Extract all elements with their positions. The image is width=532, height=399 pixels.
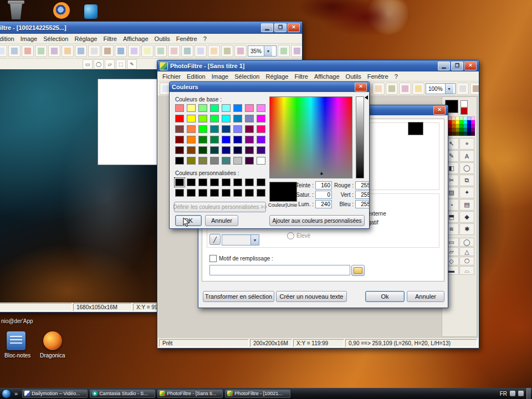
basic-color-swatch[interactable] <box>222 104 231 112</box>
toolbar-icon[interactable] <box>101 45 114 57</box>
custom-color-swatch[interactable] <box>245 178 254 186</box>
menu-item-help[interactable]: ? <box>201 35 209 43</box>
cancel-button[interactable]: Annuler <box>205 215 238 226</box>
custom-color-swatch[interactable] <box>257 189 265 197</box>
basic-color-swatch[interactable] <box>198 104 207 112</box>
eyedropper-button[interactable]: ╱ <box>209 234 221 245</box>
palette-color-swatch[interactable] <box>448 120 452 124</box>
shape-icon[interactable]: ◯ <box>459 238 474 247</box>
basic-color-swatch[interactable] <box>210 115 219 122</box>
hue-saturation-field[interactable]: + <box>269 96 352 178</box>
menu-item-rglage[interactable]: Réglage <box>263 73 291 80</box>
palette-color-swatch[interactable] <box>467 128 471 132</box>
custom-color-swatch[interactable] <box>233 178 242 186</box>
white-canvas[interactable] <box>98 79 158 165</box>
custom-color-swatch[interactable] <box>222 189 231 197</box>
basic-color-swatch[interactable] <box>245 125 254 133</box>
basic-color-swatch[interactable] <box>233 104 242 112</box>
toolbar-icon[interactable] <box>75 45 87 57</box>
custom-color-swatch[interactable] <box>187 178 196 186</box>
palette-color-swatch[interactable] <box>467 116 471 120</box>
taskbar-task[interactable]: PhotoFiltre - [10021... <box>225 390 290 398</box>
palette-color-swatch[interactable] <box>467 120 471 124</box>
transform-to-selection-button[interactable]: Transformer en sélection <box>203 291 274 302</box>
palette-color-swatch[interactable] <box>456 120 459 124</box>
text-color-swatch[interactable] <box>408 122 423 135</box>
quick-launch-chevron[interactable]: » <box>14 390 18 397</box>
menu-item-fichier[interactable]: Fichier <box>160 73 183 80</box>
menu-item-affichage[interactable]: Affichage <box>120 35 151 43</box>
show-desktop-button[interactable] <box>526 388 531 399</box>
shape-icon[interactable]: △ <box>459 247 474 256</box>
maximize-button[interactable]: ❐ <box>451 62 463 70</box>
basic-color-swatch[interactable] <box>257 146 265 154</box>
start-button[interactable] <box>2 389 11 398</box>
luminance-arrow-icon[interactable] <box>365 95 368 100</box>
palette-color-swatch[interactable] <box>448 116 452 120</box>
palette-color-swatch[interactable] <box>463 124 467 128</box>
toolbar-icon[interactable] <box>412 83 424 95</box>
create-new-text-button[interactable]: Créer un nouveau texte <box>276 291 347 302</box>
basic-color-swatch[interactable] <box>233 146 242 154</box>
zoom-combobox[interactable]: 35% ▼ <box>248 45 277 57</box>
palette-color-swatch[interactable] <box>456 116 459 120</box>
palette-color-swatch[interactable] <box>463 128 467 132</box>
palette-color-swatch[interactable] <box>471 120 475 124</box>
toolbar-icon[interactable] <box>195 45 207 57</box>
basic-color-swatch[interactable] <box>198 146 207 154</box>
palette-color-swatch[interactable] <box>459 128 463 132</box>
custom-color-swatch[interactable] <box>210 189 219 197</box>
add-to-custom-colors-button[interactable]: Ajouter aux couleurs personnalisées <box>269 215 365 226</box>
palette-color-swatch[interactable] <box>452 116 456 120</box>
custom-color-swatch[interactable] <box>175 189 184 197</box>
tool-icon[interactable]: ⧉ <box>459 175 474 186</box>
palette-color-swatch[interactable] <box>452 128 456 132</box>
selection-shape-icon[interactable]: ✎ <box>127 59 137 69</box>
tool-icon[interactable]: A <box>459 150 474 162</box>
toolbar-icon[interactable] <box>386 83 398 95</box>
toolbar-icon[interactable] <box>35 45 47 57</box>
tray-icon[interactable] <box>518 391 524 396</box>
palette-color-swatch[interactable] <box>448 128 452 132</box>
basic-color-swatch[interactable] <box>175 125 184 133</box>
toolbar-icon[interactable] <box>8 45 21 57</box>
ok-button[interactable]: Ok <box>365 291 405 302</box>
basic-color-swatch[interactable] <box>233 125 242 133</box>
basic-color-swatch[interactable] <box>257 104 265 112</box>
palette-color-swatch[interactable] <box>463 132 467 136</box>
fill-pattern-checkbox-row[interactable]: Motif de remplissage : <box>209 255 273 262</box>
palette-color-swatch[interactable] <box>467 132 471 136</box>
palette-color-swatch[interactable] <box>448 132 452 136</box>
shape-icon[interactable]: ⌓ <box>459 266 474 275</box>
close-button[interactable]: ✕ <box>433 106 446 115</box>
custom-color-swatch[interactable] <box>222 178 231 186</box>
basic-color-swatch[interactable] <box>187 157 196 165</box>
toolbar-icon[interactable] <box>470 83 479 95</box>
basic-color-swatch[interactable] <box>187 104 196 112</box>
menu-item-slection[interactable]: Sélection <box>232 73 262 80</box>
custom-color-swatch[interactable] <box>257 178 265 186</box>
tray-icon[interactable] <box>510 391 515 396</box>
rgb-value[interactable]: 255 <box>355 200 370 208</box>
basic-color-swatch[interactable] <box>245 146 254 154</box>
taskbar-task[interactable]: PhotoFiltre - [Sans ti... <box>157 390 223 398</box>
tool-icon[interactable]: ✱ <box>459 223 474 235</box>
pattern-combobox[interactable]: ▼ <box>222 234 259 245</box>
recycle-bin-icon[interactable] <box>9 2 23 19</box>
basic-color-swatch[interactable] <box>210 146 219 154</box>
taskbar-task[interactable]: Dailymotion – Vidéo... <box>22 390 88 398</box>
basic-color-swatch[interactable] <box>198 136 207 144</box>
tool-icon[interactable]: ⌖ <box>459 138 474 150</box>
selection-shape-icon[interactable]: ▱ <box>105 59 115 69</box>
basic-color-swatch[interactable] <box>222 125 231 133</box>
palette-color-swatch[interactable] <box>467 124 471 128</box>
menu-item-outils[interactable]: Outils <box>152 35 173 43</box>
browse-button[interactable] <box>351 265 365 276</box>
basic-color-swatch[interactable] <box>222 115 231 122</box>
palette-color-swatch[interactable] <box>463 116 467 120</box>
maximize-button[interactable]: ❐ <box>274 23 287 32</box>
fill-pattern-input[interactable] <box>209 265 350 275</box>
basic-color-swatch[interactable] <box>257 136 265 144</box>
toolbar-icon[interactable] <box>457 83 469 95</box>
palette-color-swatch[interactable] <box>471 132 475 136</box>
